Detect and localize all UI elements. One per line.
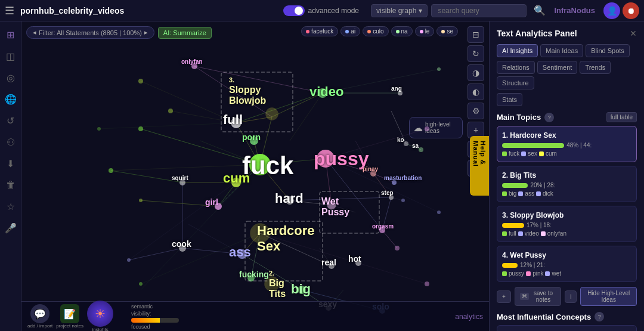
sidebar-icon-share[interactable]: ⚇ — [2, 134, 19, 150]
semantic-box: semantic visibility: focused — [131, 304, 179, 330]
tab-main-ideas[interactable]: Main Ideas — [540, 44, 583, 57]
sidebar-icon-layers[interactable]: ◫ — [2, 48, 19, 64]
panel-title: Text Analytics Panel — [497, 29, 577, 38]
sidebar-icon-filter[interactable]: ⊞ — [2, 26, 19, 43]
hide-high-level-button[interactable]: Hide High-Level Ideas — [580, 287, 637, 306]
svg-point-71 — [355, 260, 361, 266]
tag-dot-pink — [526, 271, 531, 276]
topics-title: Main Topics — [497, 113, 541, 122]
sidebar-icon-globe[interactable]: 🌐 — [2, 91, 19, 107]
concepts-header: Most Influential Concepts ? — [497, 312, 637, 321]
concepts-card: fuck pussy full big ⌘ save to n — [497, 325, 637, 331]
graph-area[interactable]: ◂ Filter: All Statements (8805 | 100%) ▸… — [21, 21, 489, 331]
topic-card-3[interactable]: 3. Sloppy Blowjob 17% | 18: full video o… — [497, 206, 637, 242]
topbar: ☰ pornhub_celebrity_videos advanced mode… — [0, 0, 644, 21]
chat-icon[interactable]: 💬 — [30, 304, 49, 323]
right-panel: Text Analytics Panel ✕ AI Insights Main … — [489, 21, 644, 331]
topic-card-2[interactable]: 2. Big Tits 20% | 28: big ass dick — [497, 166, 637, 202]
analytics-button[interactable]: analytics — [455, 313, 483, 321]
sidebar-icon-graph[interactable]: ◎ — [2, 69, 19, 86]
svg-line-43 — [326, 159, 439, 212]
tag-label-onlyfan: onlyfan — [547, 230, 566, 237]
topic-bar-row-3: 17% | 18: — [502, 222, 631, 228]
tab-blind-spots[interactable]: Blind Spots — [586, 44, 630, 57]
help-panel[interactable]: Help & Manual — [470, 136, 489, 196]
full-table-button[interactable]: full table — [606, 112, 637, 122]
bottom-left-icons: 💬 add / import 📝 project notes ☀ insight… — [27, 301, 113, 331]
svg-point-91 — [425, 126, 429, 131]
filter-pill[interactable]: ◂ Filter: All Statements (8805 | 100%) ▸ — [26, 26, 154, 39]
filter-label: Filter: All Statements (8805 | 100%) — [39, 29, 142, 36]
tab-structure[interactable]: Structure — [497, 76, 534, 89]
topic-card-1[interactable]: 1. Hardcore Sex 48% | 44: fuck sex cum — [497, 126, 637, 162]
svg-point-89 — [109, 168, 113, 173]
svg-point-99 — [401, 199, 405, 202]
svg-line-49 — [171, 111, 236, 123]
sidebar-icon-mic[interactable]: 🎤 — [2, 219, 19, 236]
sidebar-icon-import[interactable]: ⬇ — [2, 155, 19, 172]
visibility-label: visibility: — [131, 311, 179, 317]
tab-trends[interactable]: Trends — [580, 61, 611, 74]
sidebar-icon-trash[interactable]: 🗑 — [2, 177, 19, 193]
svg-point-90 — [127, 258, 131, 262]
tag-dot-pussy — [502, 271, 507, 276]
svg-point-61 — [265, 277, 279, 291]
topic-bar-row-1: 48% | 44: — [502, 142, 631, 149]
svg-line-8 — [326, 159, 382, 230]
tag-dot-cum — [539, 151, 544, 156]
topics-header: Main Topics ? full table — [497, 112, 637, 122]
svg-point-80 — [389, 195, 394, 200]
user-avatar[interactable]: 👤 — [603, 2, 620, 19]
sidebar-icon-history[interactable]: ↺ — [2, 112, 19, 129]
topic-bar-2 — [502, 183, 528, 188]
chat-button-group: 💬 add / import — [27, 304, 52, 329]
topic-bar-row-2: 20% | 28: — [502, 182, 631, 188]
tab-relations[interactable]: Relations — [497, 61, 535, 74]
close-panel-button[interactable]: ✕ — [630, 29, 637, 38]
svg-point-60 — [250, 224, 270, 243]
svg-point-97 — [168, 109, 173, 113]
search-button[interactable]: 🔍 — [534, 5, 546, 16]
tab-sentiment[interactable]: Sentiment — [537, 61, 578, 74]
search-area: visible graph ▾ 🔍 — [371, 4, 549, 17]
menu-icon[interactable]: ☰ — [5, 4, 14, 17]
semantic-label: semantic — [131, 304, 179, 310]
tag-label-pussy: pussy — [509, 270, 524, 277]
svg-line-33 — [111, 171, 182, 182]
svg-point-100 — [395, 246, 400, 250]
insights-label: insights — [92, 327, 109, 331]
topic-bar-4 — [502, 263, 518, 268]
tag-dot-wet — [545, 271, 550, 276]
ai-summarize-button[interactable]: AI: Summarize — [158, 27, 212, 39]
topic-card-4[interactable]: 4. Wet Pussy 12% | 21: pussy pink wet — [497, 246, 637, 282]
tag-label-fuck: fuck — [509, 150, 519, 157]
topic-name-4: 4. Wet Pussy — [502, 251, 631, 259]
search-input[interactable] — [431, 4, 527, 17]
svg-point-83 — [419, 147, 423, 152]
advanced-mode-toggle[interactable] — [283, 5, 305, 16]
topic-tags-1: fuck sex cum — [502, 150, 631, 157]
filter-arrow-left: ◂ — [33, 29, 36, 36]
tag-label-ass: ass — [525, 190, 534, 197]
save-to-notes-button[interactable]: ⌘ save to notes — [515, 287, 561, 306]
visible-graph-button[interactable]: visible graph ▾ — [371, 4, 428, 17]
svg-point-82 — [404, 141, 408, 146]
app-title: pornhub_celebrity_videos — [20, 6, 283, 16]
svg-line-48 — [323, 69, 439, 93]
tag-dot-dick — [536, 191, 541, 196]
topic-bar-1 — [502, 143, 564, 148]
topics-help[interactable]: ? — [544, 113, 554, 122]
sidebar-icon-star[interactable]: ☆ — [2, 198, 19, 215]
insights-icon[interactable]: ☀ — [87, 301, 113, 327]
record-avatar[interactable]: ⏺ — [623, 2, 639, 19]
info-button[interactable]: i — [565, 290, 577, 303]
add-button[interactable]: + — [497, 290, 511, 303]
concepts-help[interactable]: ? — [595, 312, 604, 321]
tab-ai-insights[interactable]: AI Insights — [497, 44, 538, 57]
tab-stats[interactable]: Stats — [497, 93, 522, 106]
svg-point-94 — [139, 282, 143, 286]
svg-line-39 — [111, 165, 260, 171]
notes-icon[interactable]: 📝 — [60, 304, 79, 323]
topic-name-3: 3. Sloppy Blowjob — [502, 211, 631, 219]
tag-dot-big — [502, 191, 507, 196]
